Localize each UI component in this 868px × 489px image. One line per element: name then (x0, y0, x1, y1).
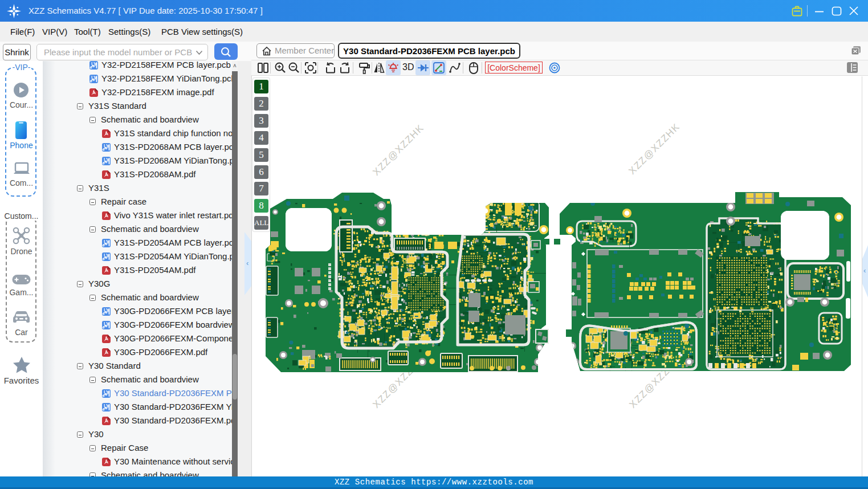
svg-text:XZZ@XZZHK: XZZ@XZZHK (626, 121, 682, 176)
svg-text:XZZ@XZZHK: XZZ@XZZHK (370, 122, 426, 177)
